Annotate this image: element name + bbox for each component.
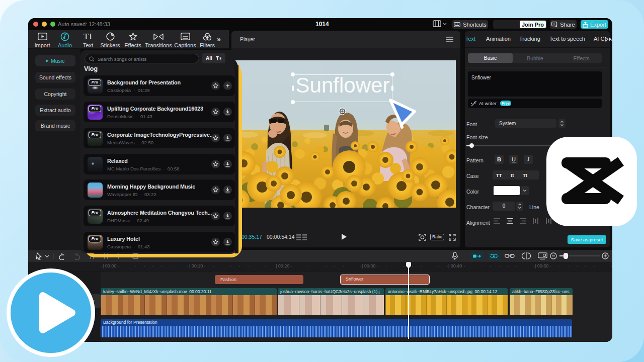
svg-text:a: a [611, 37, 612, 42]
